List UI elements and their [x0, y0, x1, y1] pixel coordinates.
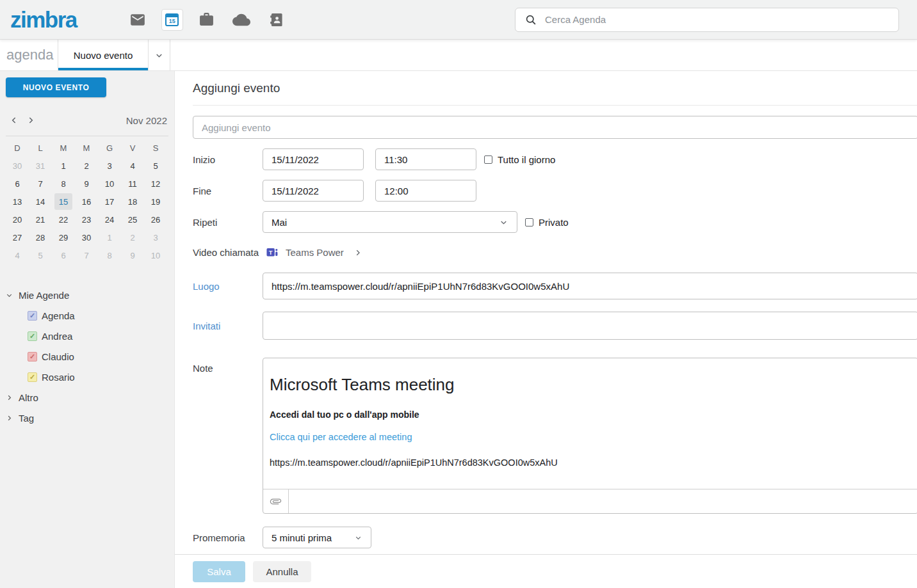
- note-heading: Microsoft Teams meeting: [270, 375, 911, 395]
- mini-calendar-day[interactable]: 23: [75, 211, 98, 228]
- chevron-right-icon: [353, 248, 362, 257]
- mini-calendar-day[interactable]: 24: [98, 211, 121, 228]
- mini-calendar-day[interactable]: 20: [6, 211, 29, 228]
- new-event-button[interactable]: NUOVO EVENTO: [6, 77, 106, 97]
- mini-calendar-day[interactable]: 3: [144, 228, 167, 246]
- mini-calendar-day[interactable]: 11: [121, 175, 144, 193]
- mini-calendar-day[interactable]: 1: [52, 157, 75, 175]
- mini-calendar-day[interactable]: 30: [75, 228, 98, 246]
- mini-calendar-day[interactable]: 6: [52, 246, 75, 264]
- all-day-checkbox-group[interactable]: Tutto il giorno: [484, 154, 555, 165]
- mini-calendar-day[interactable]: 9: [75, 175, 98, 193]
- mini-calendar-day[interactable]: 14: [29, 193, 52, 211]
- sidebar-item-tag[interactable]: Tag: [0, 408, 174, 428]
- my-agendas-toggle[interactable]: Mie Agende: [0, 285, 174, 305]
- search-input[interactable]: [545, 14, 889, 25]
- mini-calendar-day[interactable]: 26: [144, 211, 167, 228]
- note-subheading: Accedi dal tuo pc o dall'app mobile: [270, 409, 911, 420]
- calendar-icon[interactable]: 15: [161, 9, 183, 31]
- tab-bar: agenda Nuovo evento: [0, 40, 917, 71]
- agenda-color-checkbox[interactable]: ✓: [28, 372, 37, 382]
- briefcase-icon[interactable]: [196, 9, 218, 31]
- contacts-icon[interactable]: [265, 9, 287, 31]
- mini-calendar-day[interactable]: 17: [98, 193, 121, 211]
- mini-calendar-day[interactable]: 9: [121, 246, 144, 264]
- mini-calendar-day[interactable]: 4: [121, 157, 144, 175]
- tab-menu-button[interactable]: [149, 40, 170, 70]
- search-icon: [524, 13, 537, 26]
- agenda-item-label: Rosario: [42, 372, 75, 383]
- agenda-item-rosario[interactable]: ✓Rosario: [0, 367, 174, 387]
- prev-month-button[interactable]: [6, 112, 22, 129]
- mini-calendar-day[interactable]: 8: [98, 246, 121, 264]
- mini-calendar-day[interactable]: 3: [98, 157, 121, 175]
- note-content[interactable]: Microsoft Teams meeting Accedi dal tuo p…: [263, 358, 917, 489]
- mini-calendar-day[interactable]: 18: [121, 193, 144, 211]
- row-luogo: Luogo: [193, 273, 917, 299]
- mini-calendar-day[interactable]: 19: [144, 193, 167, 211]
- agenda-item-agenda[interactable]: ✓Agenda: [0, 305, 174, 326]
- mini-calendar-day[interactable]: 29: [52, 228, 75, 246]
- agenda-color-checkbox[interactable]: ✓: [28, 352, 37, 362]
- mini-calendar-day[interactable]: 25: [121, 211, 144, 228]
- mini-calendar-day[interactable]: 6: [6, 175, 29, 193]
- mini-calendar-day[interactable]: 2: [75, 157, 98, 175]
- inizio-label: Inizio: [193, 154, 263, 165]
- mini-calendar-day[interactable]: 16: [75, 193, 98, 211]
- mini-calendar-day[interactable]: 15: [52, 193, 75, 211]
- start-date-input[interactable]: [263, 148, 364, 170]
- mail-icon[interactable]: [127, 9, 149, 31]
- reminder-select[interactable]: 5 minuti prima: [263, 527, 371, 548]
- save-button[interactable]: Salva: [193, 561, 245, 582]
- mini-calendar-day[interactable]: 30: [6, 157, 29, 175]
- mini-calendar-day[interactable]: 2: [121, 228, 144, 246]
- note-editor[interactable]: Microsoft Teams meeting Accedi dal tuo p…: [263, 358, 917, 514]
- private-checkbox-group[interactable]: Privato: [525, 217, 569, 228]
- agenda-color-checkbox[interactable]: ✓: [28, 331, 37, 341]
- repeat-select[interactable]: Mai: [263, 211, 517, 233]
- next-month-button[interactable]: [22, 112, 39, 129]
- tab-nuovo-evento[interactable]: Nuovo evento: [58, 40, 149, 70]
- cloud-icon[interactable]: [231, 9, 252, 31]
- mini-calendar-day[interactable]: 10: [144, 246, 167, 264]
- main-panel: Aggiungi evento Inizio Tutto il giorno F…: [175, 71, 917, 588]
- agenda-list: ✓Agenda✓Andrea✓Claudio✓Rosario: [0, 305, 174, 387]
- mini-calendar-day[interactable]: 21: [29, 211, 52, 228]
- promemoria-label: Promemoria: [193, 532, 263, 543]
- event-title-input[interactable]: [193, 116, 917, 139]
- agenda-color-checkbox[interactable]: ✓: [28, 311, 37, 321]
- private-checkbox[interactable]: [525, 218, 533, 226]
- mini-calendar-day[interactable]: 28: [29, 228, 52, 246]
- chevron-right-icon: [26, 115, 36, 125]
- mini-calendar-day[interactable]: 1: [98, 228, 121, 246]
- mini-calendar-day[interactable]: 31: [29, 157, 52, 175]
- mini-calendar-day[interactable]: 5: [29, 246, 52, 264]
- end-time-input[interactable]: [375, 180, 476, 202]
- day-header: G: [98, 139, 121, 157]
- meeting-link[interactable]: Clicca qui per accedere al meeting: [270, 432, 911, 442]
- attendees-input[interactable]: [263, 312, 917, 340]
- start-time-input[interactable]: [375, 148, 476, 170]
- mini-calendar-day[interactable]: 13: [6, 193, 29, 211]
- mini-calendar-day[interactable]: 27: [6, 228, 29, 246]
- mini-calendar-day[interactable]: 5: [144, 157, 167, 175]
- row-fine: Fine: [193, 180, 917, 202]
- video-provider-open-button[interactable]: [353, 248, 362, 257]
- mini-calendar-day[interactable]: 22: [52, 211, 75, 228]
- attach-file-button[interactable]: [263, 489, 289, 513]
- cancel-button[interactable]: Annulla: [253, 561, 311, 582]
- sidebar-item-altro[interactable]: Altro: [0, 387, 174, 408]
- agenda-item-claudio[interactable]: ✓Claudio: [0, 346, 174, 367]
- end-date-input[interactable]: [263, 180, 364, 202]
- mini-calendar-day[interactable]: 4: [6, 246, 29, 264]
- mini-calendar-day[interactable]: 10: [98, 175, 121, 193]
- mini-calendar-day[interactable]: 7: [29, 175, 52, 193]
- my-agendas-label: Mie Agende: [19, 290, 69, 301]
- mini-calendar-day[interactable]: 8: [52, 175, 75, 193]
- mini-calendar-day[interactable]: 12: [144, 175, 167, 193]
- all-day-checkbox[interactable]: [484, 155, 492, 164]
- mini-calendar-day[interactable]: 7: [75, 246, 98, 264]
- page-title: Aggiungi evento: [193, 81, 280, 95]
- agenda-item-andrea[interactable]: ✓Andrea: [0, 326, 174, 346]
- location-input[interactable]: [263, 273, 917, 299]
